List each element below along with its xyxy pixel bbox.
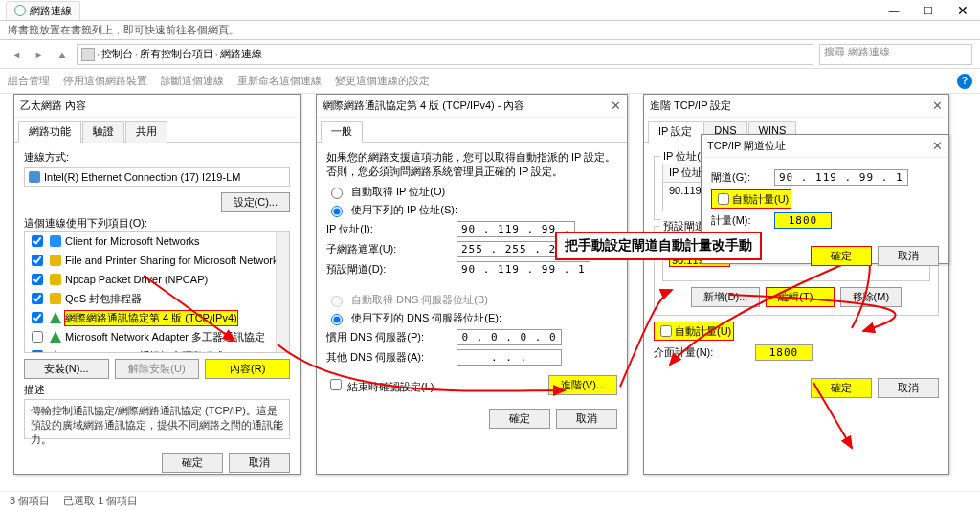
- advanced-button[interactable]: 進階(V)...: [548, 375, 617, 395]
- annotation-callout: 把手動設定閘道自動計量改手動: [555, 232, 762, 260]
- back-button[interactable]: ◄: [8, 46, 25, 63]
- toolbar-item[interactable]: 變更這個連線的設定: [335, 74, 430, 88]
- ok-button[interactable]: 確定: [489, 409, 550, 429]
- cancel-button[interactable]: 取消: [878, 378, 939, 398]
- ipv4-properties-dialog: 網際網路通訊協定第 4 版 (TCP/IPv4) - 內容✕ 一般 如果您的網路…: [316, 94, 628, 475]
- item-checkbox[interactable]: [32, 331, 43, 343]
- auto-metric-checkbox[interactable]: 自動計量(U): [654, 322, 939, 341]
- gw-input[interactable]: 90 . 119 . 99 . 1: [774, 169, 908, 186]
- tab-auth[interactable]: 驗證: [82, 121, 124, 143]
- adapter-name: Intel(R) Ethernet Connection (17) I219-L…: [44, 171, 240, 183]
- ip-label: IP 位址(I):: [326, 222, 451, 236]
- protocol-icon: [50, 235, 61, 247]
- explorer-toolbar: 組合管理 停用這個網路裝置 診斷這個連線 重新命名這個連線 變更這個連線的設定 …: [0, 69, 980, 94]
- computer-icon: [81, 48, 95, 61]
- item-label: Client for Microsoft Networks: [65, 235, 200, 247]
- remove-button[interactable]: 移除(M): [840, 287, 902, 307]
- item-checkbox[interactable]: [32, 293, 43, 304]
- dialog-title: TCP/IP 閘道位址: [707, 139, 786, 153]
- list-item[interactable]: Npcap Packet Driver (NPCAP): [25, 270, 289, 289]
- item-label: Microsoft Network Adapter 多工器通訊協定: [65, 330, 265, 344]
- item-checkbox[interactable]: [32, 350, 43, 353]
- item-checkbox[interactable]: [32, 274, 43, 285]
- up-button[interactable]: ▲: [54, 46, 71, 63]
- maximize-button[interactable]: ☐: [911, 0, 946, 21]
- breadcrumb-item[interactable]: 所有控制台項目: [140, 47, 213, 61]
- protocol-icon: [50, 293, 61, 304]
- browser-tab[interactable]: 網路連線: [6, 1, 80, 20]
- item-label: Npcap Packet Driver (NPCAP): [65, 274, 208, 285]
- cancel-button[interactable]: 取消: [229, 453, 290, 473]
- auto-metric-checkbox[interactable]: 自動計量(U): [711, 189, 939, 209]
- cancel-button[interactable]: 取消: [556, 409, 617, 429]
- breadcrumb[interactable]: › 控制台› 所有控制台項目› 網路連線: [77, 44, 813, 65]
- metric-input[interactable]: 1800: [774, 212, 832, 229]
- protocol-icon: [50, 331, 61, 343]
- cancel-button[interactable]: 取消: [878, 246, 939, 266]
- list-item[interactable]: Microsoft Network Adapter 多工器通訊協定: [25, 327, 289, 346]
- toolbar-item[interactable]: 診斷這個連線: [161, 74, 224, 88]
- install-button[interactable]: 安裝(N)...: [24, 359, 109, 379]
- add-button[interactable]: 新增(D)...: [691, 287, 760, 307]
- list-item[interactable]: 網際網路通訊協定第 4 版 (TCP/IPv4): [25, 308, 289, 327]
- gw-label: 預設閘道(D):: [326, 262, 451, 277]
- ok-button[interactable]: 確定: [162, 453, 223, 473]
- list-item[interactable]: QoS 封包排程器: [25, 289, 289, 308]
- protocol-list[interactable]: Client for Microsoft NetworksFile and Pr…: [24, 231, 290, 353]
- radio-manual-ip[interactable]: 使用下列的 IP 位址(S):: [326, 203, 617, 217]
- uninstall-button: 解除安裝(U): [115, 359, 200, 379]
- tab-share[interactable]: 共用: [125, 121, 167, 143]
- dialog-title: 乙太網路 內容: [20, 99, 86, 113]
- item-checkbox[interactable]: [32, 255, 43, 266]
- tab-ip[interactable]: IP 設定: [648, 121, 702, 143]
- edit-button[interactable]: 編輯(T)...: [766, 287, 834, 307]
- item-label: QoS 封包排程器: [65, 292, 142, 306]
- desc-text: 傳輸控制通訊協定/網際網路通訊協定 (TCP/IP)。這是預設的廣域網路通訊協定…: [24, 399, 290, 439]
- breadcrumb-item[interactable]: 網路連線: [220, 47, 262, 61]
- configure-button[interactable]: 設定(C)...: [221, 192, 290, 212]
- radio-manual-dns[interactable]: 使用下列的 DNS 伺服器位址(E):: [326, 311, 617, 325]
- radio-auto-dns: 自動取得 DNS 伺服器位址(B): [326, 293, 617, 307]
- tab-network[interactable]: 網路功能: [18, 121, 81, 143]
- protocol-icon: [50, 274, 61, 285]
- breadcrumb-item[interactable]: 控制台: [101, 47, 133, 61]
- radio-auto-ip[interactable]: 自動取得 IP 位址(O): [326, 185, 617, 199]
- bookmark-hint: 將書籤放置在書籤列上，即可快速前往各個網頁。: [0, 21, 980, 40]
- toolbar-item[interactable]: 停用這個網路裝置: [63, 74, 147, 88]
- close-icon[interactable]: ✕: [611, 99, 621, 113]
- item-checkbox[interactable]: [32, 235, 43, 247]
- help-icon[interactable]: ?: [957, 74, 972, 89]
- search-input[interactable]: 搜尋 網路連線: [819, 44, 972, 65]
- list-item[interactable]: Client for Microsoft Networks: [25, 232, 289, 251]
- protocol-icon: [50, 312, 61, 323]
- list-item[interactable]: File and Printer Sharing for Microsoft N…: [25, 251, 289, 270]
- item-label: 網際網路通訊協定第 4 版 (TCP/IPv4): [65, 311, 237, 325]
- item-checkbox[interactable]: [32, 312, 43, 323]
- toolbar-item[interactable]: 組合管理: [8, 74, 50, 88]
- close-icon[interactable]: ✕: [932, 99, 943, 113]
- iface-metric-input[interactable]: 1800: [755, 344, 813, 361]
- item-label: File and Printer Sharing for Microsoft N…: [65, 255, 283, 266]
- dns2-input[interactable]: . . .: [457, 349, 562, 366]
- dns1-input[interactable]: 0 . 0 . 0 . 0: [457, 329, 562, 345]
- tab-general[interactable]: 一般: [321, 121, 363, 143]
- minimize-button[interactable]: —: [877, 0, 911, 21]
- properties-button[interactable]: 內容(R): [205, 359, 290, 379]
- ok-button[interactable]: 確定: [811, 246, 872, 266]
- exit-confirm-checkbox[interactable]: 結束時確認設定(L): [326, 376, 434, 394]
- connect-using-label: 連線方式:: [24, 150, 290, 165]
- list-item[interactable]: Microsoft LLDP 通訊協定驅動程式: [25, 346, 289, 353]
- intro-text: 如果您的網路支援這項功能，您可以取得自動指派的 IP 設定。否則，您必須詢問網路…: [326, 150, 617, 179]
- iface-metric-label: 介面計量(N):: [654, 345, 749, 360]
- scrollbar[interactable]: [276, 232, 289, 352]
- dns1-label: 慣用 DNS 伺服器(P):: [326, 330, 451, 344]
- adapter-properties-dialog: 乙太網路 內容 網路功能 驗證 共用 連線方式: Intel(R) Ethern…: [13, 94, 301, 475]
- tab-title: 網路連線: [30, 4, 72, 18]
- ok-button[interactable]: 確定: [811, 378, 872, 398]
- gw-input[interactable]: 90 . 119 . 99 . 1: [457, 261, 590, 277]
- forward-button[interactable]: ►: [31, 46, 48, 63]
- gw-label: 閘道(G):: [711, 170, 768, 185]
- toolbar-item[interactable]: 重新命名這個連線: [237, 74, 322, 88]
- close-icon[interactable]: ✕: [932, 139, 943, 153]
- close-button[interactable]: ✕: [946, 0, 980, 21]
